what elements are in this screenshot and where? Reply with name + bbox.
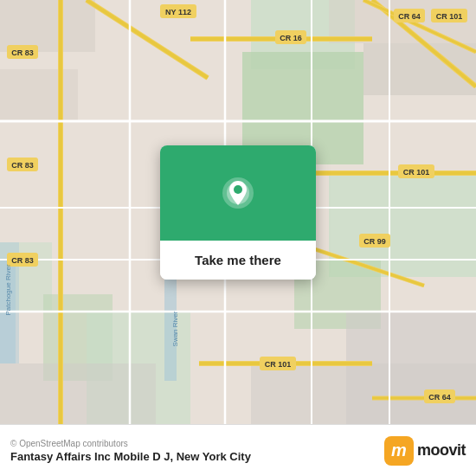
moovit-logo: m moovit: [384, 436, 466, 466]
moovit-wordmark: moovit: [417, 441, 466, 460]
location-card: Take me there: [160, 145, 316, 280]
bottom-left: © OpenStreetMap contributors Fantasy Aff…: [10, 439, 251, 463]
bottom-bar: © OpenStreetMap contributors Fantasy Aff…: [0, 424, 476, 476]
business-name: Fantasy Affairs Inc Mobile D J, New York…: [10, 450, 251, 463]
take-me-there-button[interactable]: Take me there: [160, 241, 316, 280]
svg-point-70: [234, 185, 242, 194]
location-card-overlay: Take me there: [0, 0, 476, 424]
location-card-top: [160, 145, 316, 241]
location-pin-icon: [219, 174, 257, 212]
map-container: CR 83 CR 83 CR 83 NY 112 CR 16 CR 64 CR …: [0, 0, 476, 424]
moovit-m-icon: m: [384, 436, 414, 466]
map-attribution: © OpenStreetMap contributors: [10, 439, 251, 448]
